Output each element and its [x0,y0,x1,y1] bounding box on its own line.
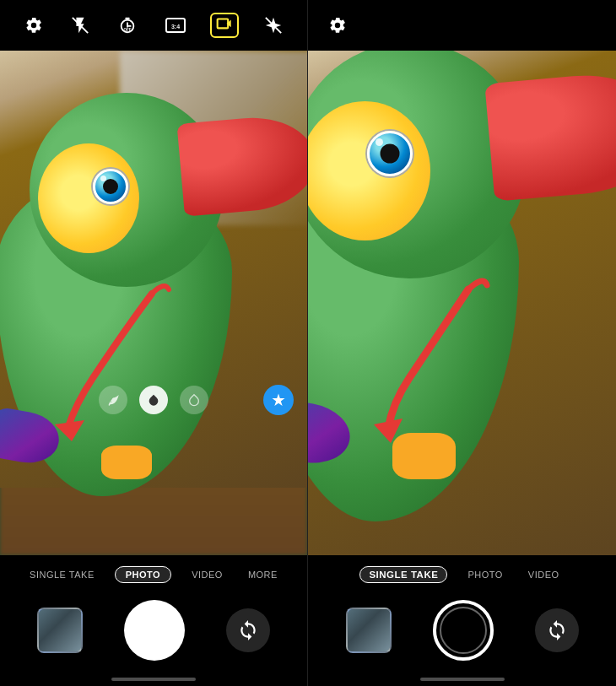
right-thumbnail[interactable] [346,608,392,653]
svg-rect-5 [218,19,229,29]
parrot-scene-left [0,51,307,488]
left-flip-button[interactable] [226,608,270,652]
flash-icon[interactable] [68,13,93,38]
right-shutter-button[interactable] [433,600,494,661]
photo-mode[interactable]: PHOTO [115,566,171,583]
leaf-mode-btn[interactable] [99,386,127,414]
left-screen: OFF 3:4 [0,0,308,686]
right-settings-icon[interactable] [325,13,350,38]
timer-off-icon[interactable]: OFF [115,13,140,38]
video-mode[interactable]: VIDEO [186,567,228,582]
right-screen: SINGLE TAKE PHOTO VIDEO [308,0,616,686]
left-home-indicator [0,672,307,686]
live-focus-icon[interactable] [210,13,239,38]
left-toolbar: OFF 3:4 [0,0,307,51]
svg-text:OFF: OFF [124,28,132,32]
right-bottom-controls [308,592,616,672]
left-home-bar [111,678,196,681]
left-thumbnail[interactable] [37,608,83,653]
right-video-mode[interactable]: VIDEO [523,567,565,582]
right-photo-mode[interactable]: PHOTO [462,567,507,582]
settings-icon[interactable] [21,13,46,38]
sparkle-btn-right[interactable] [263,385,294,415]
screens-container: OFF 3:4 [0,0,616,686]
right-home-bar [420,678,505,681]
more-mode[interactable]: MORE [243,567,283,582]
right-viewfinder [308,51,616,555]
drop-outline-mode-btn[interactable] [180,386,208,414]
right-toolbar [308,0,616,51]
aspect-ratio-icon[interactable]: 3:4 [162,14,189,37]
right-single-take-mode[interactable]: SINGLE TAKE [359,566,447,583]
motion-icon[interactable] [261,13,286,38]
drop-mode-btn-active[interactable] [139,386,168,414]
right-mode-bar: SINGLE TAKE PHOTO VIDEO [308,555,616,592]
svg-text:3:4: 3:4 [171,24,180,30]
left-viewfinder [0,51,307,555]
single-take-mode[interactable]: SINGLE TAKE [24,567,100,582]
left-shutter-button[interactable] [124,600,185,661]
right-home-indicator [308,672,616,686]
parrot-scene-right [308,51,616,505]
left-mode-bar: SINGLE TAKE PHOTO VIDEO MORE [0,555,307,592]
left-bottom-controls [0,592,307,672]
left-mode-icons [0,386,307,414]
right-flip-button[interactable] [535,608,579,652]
